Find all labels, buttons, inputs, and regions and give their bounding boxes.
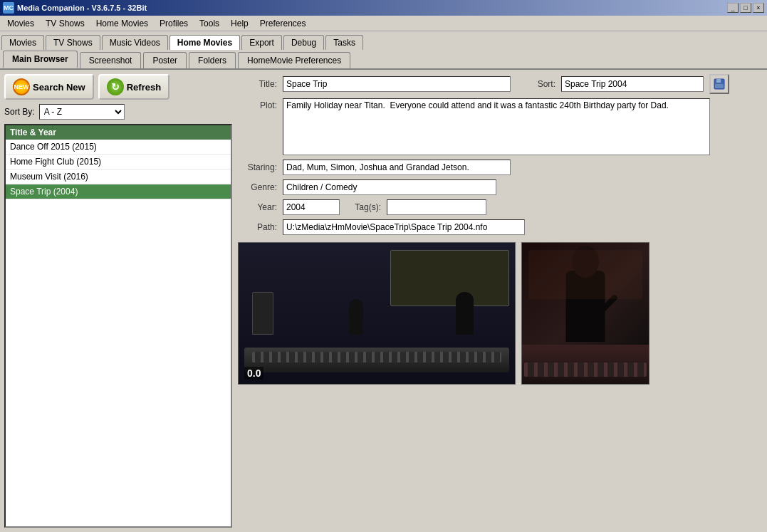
app-title: Media Companion - V3.6.7.5 - 32Bit bbox=[17, 4, 727, 12]
svg-rect-1 bbox=[716, 79, 721, 83]
close-button[interactable]: × bbox=[753, 3, 764, 13]
genre-label: Genre: bbox=[238, 182, 277, 192]
tab1-debug[interactable]: Debug bbox=[283, 35, 324, 50]
title-row: Title: Sort: bbox=[238, 74, 763, 94]
title-input[interactable] bbox=[283, 76, 511, 92]
plot-textarea[interactable]: Family Holiday near Titan. Everyone coul… bbox=[283, 98, 710, 155]
maximize-button[interactable]: □ bbox=[740, 3, 751, 13]
tab2-mainbrowser[interactable]: Main Browser bbox=[3, 51, 78, 68]
movie-list[interactable]: Title & Year Dance Off 2015 (2015) Home … bbox=[4, 124, 232, 528]
save-button[interactable] bbox=[709, 74, 729, 94]
year-input[interactable] bbox=[283, 199, 340, 215]
menubar: Movies TV Shows Home Movies Profiles Too… bbox=[0, 16, 767, 31]
titlebar: MC Media Companion - V3.6.7.5 - 32Bit _ … bbox=[0, 0, 767, 16]
search-new-label: Search New bbox=[33, 82, 85, 93]
sort-bar: Sort By: A - Z Z - A Year Date Added bbox=[4, 104, 232, 120]
refresh-label: Refresh bbox=[127, 82, 161, 93]
tab2-homemovieprefs[interactable]: HomeMovie Preferences bbox=[238, 52, 350, 68]
refresh-button[interactable]: ↻ Refresh bbox=[98, 74, 169, 100]
menu-tvshows[interactable]: TV Shows bbox=[40, 17, 90, 30]
list-item-selected[interactable]: Space Trip (2004) bbox=[6, 184, 231, 199]
plot-label: Plot: bbox=[238, 98, 277, 110]
svg-rect-2 bbox=[715, 84, 724, 88]
tabbar1: Movies TV Shows Music Videos Home Movies… bbox=[0, 31, 767, 50]
list-header: Title & Year bbox=[6, 125, 231, 140]
images-row: 0.0 bbox=[238, 242, 763, 385]
menu-help[interactable]: Help bbox=[225, 17, 254, 30]
window-controls[interactable]: _ □ × bbox=[727, 3, 764, 13]
list-item[interactable]: Museum Visit (2016) bbox=[6, 169, 231, 184]
tab1-movies[interactable]: Movies bbox=[1, 35, 44, 50]
menu-tools[interactable]: Tools bbox=[194, 17, 225, 30]
path-label: Path: bbox=[238, 222, 277, 232]
menu-profiles[interactable]: Profiles bbox=[154, 17, 194, 30]
main-screenshot: 0.0 bbox=[238, 242, 516, 385]
toolbar: NEW Search New ↻ Refresh bbox=[4, 74, 232, 100]
minimize-button[interactable]: _ bbox=[727, 3, 739, 13]
tabbar2: Main Browser Screenshot Poster Folders H… bbox=[0, 50, 767, 70]
tab1-musicvideos[interactable]: Music Videos bbox=[102, 35, 168, 50]
timestamp: 0.0 bbox=[244, 367, 264, 380]
sort-label: Sort By: bbox=[4, 107, 35, 117]
main-content: NEW Search New ↻ Refresh Sort By: A - Z … bbox=[0, 70, 767, 532]
search-new-button[interactable]: NEW Search New bbox=[4, 74, 94, 100]
path-row: Path: bbox=[238, 219, 763, 235]
tags-label: Tag(s): bbox=[345, 202, 381, 212]
tags-input[interactable] bbox=[387, 199, 486, 215]
tab2-folders[interactable]: Folders bbox=[189, 52, 236, 68]
staring-input[interactable] bbox=[283, 160, 511, 175]
side-screenshot bbox=[521, 242, 649, 385]
year-label: Year: bbox=[238, 202, 277, 212]
menu-preferences[interactable]: Preferences bbox=[254, 17, 312, 30]
sort-select[interactable]: A - Z Z - A Year Date Added bbox=[39, 104, 125, 120]
tab2-poster[interactable]: Poster bbox=[143, 52, 187, 68]
staring-row: Staring: bbox=[238, 160, 763, 175]
new-icon: NEW bbox=[13, 78, 30, 95]
tab1-homemovies[interactable]: Home Movies bbox=[169, 35, 240, 50]
menu-homemovies[interactable]: Home Movies bbox=[90, 17, 154, 30]
right-panel: Title: Sort: Plot: Family Holiday near T… bbox=[238, 74, 763, 528]
app-icon: MC bbox=[3, 2, 14, 14]
plot-row: Plot: Family Holiday near Titan. Everyon… bbox=[238, 98, 763, 155]
tab2-screenshot[interactable]: Screenshot bbox=[80, 52, 142, 68]
path-input[interactable] bbox=[283, 219, 525, 235]
tab1-tasks[interactable]: Tasks bbox=[325, 35, 363, 50]
year-tags-row: Year: Tag(s): bbox=[238, 199, 763, 215]
tab1-tvshows[interactable]: TV Shows bbox=[46, 35, 100, 50]
sort-label: Sort: bbox=[516, 79, 555, 89]
title-label: Title: bbox=[238, 79, 277, 89]
list-item[interactable]: Home Fight Club (2015) bbox=[6, 155, 231, 169]
left-panel: NEW Search New ↻ Refresh Sort By: A - Z … bbox=[4, 74, 232, 528]
genre-row: Genre: bbox=[238, 179, 763, 195]
list-item[interactable]: Dance Off 2015 (2015) bbox=[6, 140, 231, 155]
tab1-export[interactable]: Export bbox=[241, 35, 282, 50]
genre-input[interactable] bbox=[283, 179, 496, 195]
menu-movies[interactable]: Movies bbox=[1, 17, 40, 30]
refresh-icon: ↻ bbox=[107, 78, 124, 95]
staring-label: Staring: bbox=[238, 162, 277, 172]
sort-input[interactable] bbox=[561, 76, 704, 92]
